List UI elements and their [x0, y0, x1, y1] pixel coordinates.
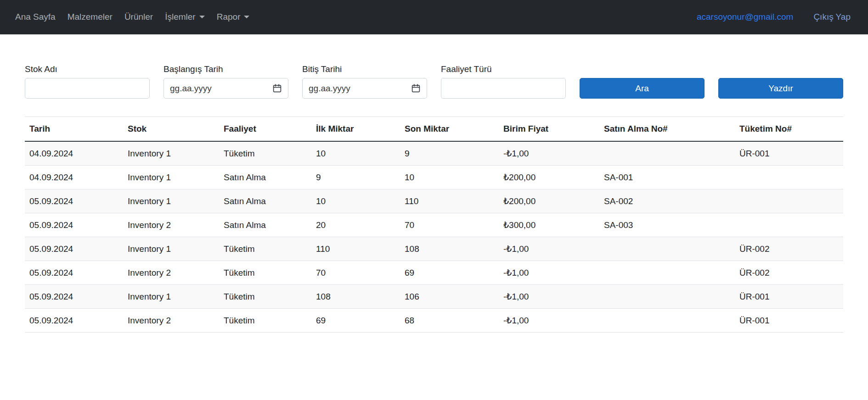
table-cell: Tüketim	[219, 285, 311, 309]
table-cell: ÜR-002	[735, 237, 843, 261]
table-cell: -₺1,00	[499, 261, 599, 285]
table-row: 05.09.2024Inventory 1Tüketim110108-₺1,00…	[25, 237, 843, 261]
column-header: Faaliyet	[219, 117, 311, 142]
chevron-down-icon	[244, 16, 249, 18]
nav-item-malzemeler[interactable]: Malzemeler	[62, 7, 118, 27]
table-cell	[735, 213, 843, 237]
table-cell: 70	[311, 261, 400, 285]
table-cell: 20	[311, 213, 400, 237]
table-row: 05.09.2024Inventory 1Satın Alma10110₺200…	[25, 189, 843, 213]
nav-item-islemler[interactable]: İşlemler	[159, 7, 211, 27]
table-cell: Inventory 1	[123, 189, 219, 213]
table-cell	[599, 285, 735, 309]
nav-item-ana-sayfa[interactable]: Ana Sayfa	[9, 7, 62, 27]
results-table-section: TarihStokFaaliyetİlk MiktarSon MiktarBir…	[25, 117, 843, 333]
table-cell: 69	[400, 261, 499, 285]
table-cell: 9	[311, 166, 400, 189]
user-email-link[interactable]: acarsoyonur@gmail.com	[697, 12, 793, 22]
table-cell	[599, 309, 735, 333]
table-cell: 10	[400, 166, 499, 189]
table-cell: 106	[400, 285, 499, 309]
table-cell: 110	[311, 237, 400, 261]
start-date-placeholder: gg.aa.yyyy	[170, 83, 272, 94]
calendar-icon[interactable]	[272, 83, 282, 93]
chevron-down-icon	[199, 16, 205, 18]
stock-activity-table: TarihStokFaaliyetİlk MiktarSon MiktarBir…	[25, 117, 843, 333]
table-cell: Satın Alma	[219, 189, 311, 213]
table-cell: ₺200,00	[499, 189, 599, 213]
table-cell: -₺1,00	[499, 141, 599, 166]
filter-end-date: Bitiş Tarihi gg.aa.yyyy	[302, 64, 427, 99]
table-cell: ÜR-001	[735, 309, 843, 333]
table-cell: Inventory 1	[123, 166, 219, 189]
table-cell: Inventory 1	[123, 285, 219, 309]
table-cell: Inventory 2	[123, 213, 219, 237]
table-cell: ÜR-001	[735, 285, 843, 309]
table-cell	[599, 261, 735, 285]
end-date-placeholder: gg.aa.yyyy	[309, 83, 411, 94]
table-cell: Inventory 1	[123, 237, 219, 261]
table-cell: 04.09.2024	[25, 141, 123, 166]
table-cell: 69	[311, 309, 400, 333]
column-header: Birim Fiyat	[499, 117, 599, 142]
print-button[interactable]: Yazdır	[718, 78, 843, 99]
table-cell: 108	[311, 285, 400, 309]
column-header: Satın Alma No#	[599, 117, 735, 142]
column-header: İlk Miktar	[311, 117, 400, 142]
table-cell: 108	[400, 237, 499, 261]
table-row: 05.09.2024Inventory 2Tüketim6968-₺1,00ÜR…	[25, 309, 843, 333]
column-header: Tüketim No#	[735, 117, 843, 142]
table-row: 04.09.2024Inventory 1Tüketim109-₺1,00ÜR-…	[25, 141, 843, 166]
table-cell: Inventory 2	[123, 261, 219, 285]
calendar-icon[interactable]	[411, 83, 421, 93]
table-cell: SA-001	[599, 166, 735, 189]
end-date-label: Bitiş Tarihi	[302, 64, 427, 75]
stock-name-input[interactable]	[25, 78, 150, 99]
table-row: 05.09.2024Inventory 2Tüketim7069-₺1,00ÜR…	[25, 261, 843, 285]
table-cell: 04.09.2024	[25, 166, 123, 189]
table-cell: 05.09.2024	[25, 237, 123, 261]
table-cell: 05.09.2024	[25, 285, 123, 309]
table-row: 05.09.2024Inventory 2Satın Alma2070₺300,…	[25, 213, 843, 237]
table-cell	[599, 141, 735, 166]
table-cell: 70	[400, 213, 499, 237]
table-cell: ₺300,00	[499, 213, 599, 237]
table-cell: 10	[311, 189, 400, 213]
table-cell: 05.09.2024	[25, 309, 123, 333]
activity-type-label: Faaliyet Türü	[441, 64, 566, 75]
table-cell: 05.09.2024	[25, 213, 123, 237]
filter-activity-type: Faaliyet Türü	[441, 64, 566, 99]
table-cell: Inventory 2	[123, 309, 219, 333]
stock-name-label: Stok Adı	[25, 64, 150, 75]
activity-type-input[interactable]	[441, 78, 566, 99]
table-cell: Tüketim	[219, 237, 311, 261]
table-cell: Inventory 1	[123, 141, 219, 166]
end-date-input[interactable]: gg.aa.yyyy	[302, 78, 427, 99]
table-cell: 10	[311, 141, 400, 166]
top-navbar: Ana SayfaMalzemelerÜrünlerİşlemlerRapor …	[0, 0, 868, 34]
table-cell: 05.09.2024	[25, 189, 123, 213]
filter-print-col: Yazdır	[718, 78, 843, 99]
start-date-input[interactable]: gg.aa.yyyy	[163, 78, 288, 99]
logout-link[interactable]: Çıkış Yap	[813, 12, 851, 22]
start-date-label: Başlangış Tarih	[163, 64, 288, 75]
nav-item-rapor[interactable]: Rapor	[211, 7, 256, 27]
nav-item-urunler[interactable]: Ürünler	[118, 7, 159, 27]
table-cell: ₺200,00	[499, 166, 599, 189]
table-cell: Tüketim	[219, 309, 311, 333]
main-content: Stok Adı Başlangış Tarih gg.aa.yyyy Biti…	[0, 64, 868, 333]
table-cell: -₺1,00	[499, 237, 599, 261]
table-cell: Satın Alma	[219, 213, 311, 237]
filter-start-date: Başlangış Tarih gg.aa.yyyy	[163, 64, 288, 99]
table-cell: SA-003	[599, 213, 735, 237]
search-button[interactable]: Ara	[580, 78, 705, 99]
table-cell: ÜR-002	[735, 261, 843, 285]
table-cell: 110	[400, 189, 499, 213]
table-cell: Satın Alma	[219, 166, 311, 189]
filter-search-col: Ara	[580, 78, 705, 99]
table-cell: 68	[400, 309, 499, 333]
table-cell	[735, 189, 843, 213]
column-header: Stok	[123, 117, 219, 142]
nav-menu: Ana SayfaMalzemelerÜrünlerİşlemlerRapor	[9, 7, 255, 27]
table-cell: 05.09.2024	[25, 261, 123, 285]
